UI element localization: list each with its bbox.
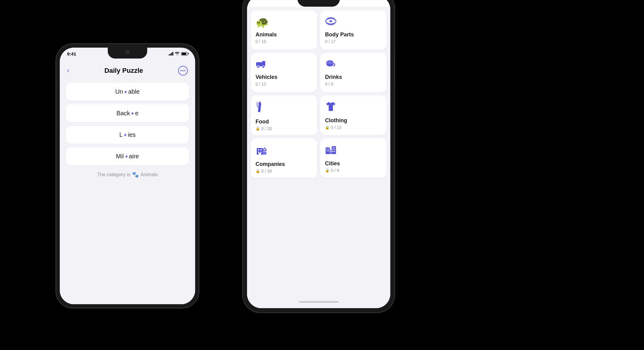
back-button[interactable]: ‹ (67, 67, 69, 75)
svg-rect-14 (260, 149, 262, 150)
puzzle-screen: ‹ Daily Puzzle Un✦able Back✦e L✦ies (60, 63, 195, 304)
svg-rect-30 (334, 149, 335, 150)
svg-rect-6 (262, 61, 265, 63)
svg-rect-22 (332, 146, 336, 154)
category-card-cities[interactable]: Cities 🔒 0 / 9 (320, 138, 387, 178)
vol-down-right[interactable] (243, 71, 243, 91)
drinks-icon (325, 58, 336, 71)
svg-rect-17 (259, 153, 261, 155)
word-prefix-3: L (119, 131, 123, 138)
diamond-icon-3: ✦ (123, 133, 127, 138)
svg-rect-21 (326, 147, 330, 154)
svg-rect-18 (263, 150, 266, 155)
svg-rect-25 (327, 150, 327, 151)
volume-down-button[interactable] (56, 115, 56, 132)
companies-progress: 🔒 0 / 26 (256, 169, 272, 173)
clothing-icon (325, 101, 337, 114)
animals-progress: 0 / 15 (256, 39, 266, 44)
cities-icon (325, 144, 337, 157)
food-name: Food (256, 119, 269, 125)
svg-rect-24 (328, 149, 329, 150)
categories-screen: 🐢 Animals 0 / 15 Body Parts (247, 7, 390, 308)
svg-rect-13 (258, 149, 259, 150)
animals-name: Animals (256, 32, 277, 38)
word-suffix-2: e (135, 110, 138, 116)
svg-point-11 (326, 62, 334, 64)
word-card-2[interactable]: Back✦e (66, 104, 189, 122)
svg-point-1 (182, 70, 184, 71)
puzzle-title: Daily Puzzle (69, 67, 178, 75)
word-suffix-1: able (128, 88, 140, 95)
word-suffix-4: aire (129, 153, 139, 160)
volume-up-button[interactable] (56, 96, 56, 112)
phone-left-screen: 9:41 ‹ (60, 48, 195, 304)
diamond-icon-2: ✦ (130, 111, 134, 116)
diamond-icon-1: ✦ (124, 89, 127, 95)
svg-point-8 (262, 66, 265, 68)
wifi-icon (175, 51, 180, 56)
category-card-clothing[interactable]: Clothing 🔒 0 / 13 (320, 95, 387, 135)
svg-rect-15 (258, 152, 259, 153)
clothing-name: Clothing (325, 117, 347, 124)
body-parts-icon (325, 16, 337, 29)
more-button[interactable] (178, 66, 188, 76)
power-button-right[interactable] (394, 52, 395, 82)
category-card-food[interactable]: Food 🔒 0 / 20 (251, 95, 317, 135)
svg-point-0 (181, 70, 182, 71)
mute-button-right[interactable] (243, 30, 243, 42)
svg-rect-27 (333, 147, 334, 148)
svg-rect-20 (266, 151, 266, 152)
word-prefix-2: Back (117, 110, 130, 116)
word-prefix-4: Mil (116, 153, 124, 160)
svg-point-2 (184, 70, 185, 71)
food-icon (256, 101, 264, 116)
word-card-3[interactable]: L✦ies (66, 126, 189, 144)
camera-left (125, 50, 130, 54)
svg-point-4 (329, 20, 332, 22)
svg-rect-26 (328, 150, 329, 151)
category-card-drinks[interactable]: Drinks 0 / 8 (320, 53, 387, 92)
svg-rect-34 (330, 151, 331, 152)
companies-icon (256, 144, 267, 158)
categories-grid: 🐢 Animals 0 / 15 Body Parts (249, 9, 388, 179)
cities-progress: 🔒 0 / 9 (325, 168, 339, 173)
status-icons (169, 51, 188, 56)
svg-rect-19 (264, 151, 265, 152)
category-card-vehicles[interactable]: Vehicles 0 / 12 (251, 53, 317, 92)
svg-rect-29 (333, 149, 334, 150)
phone-left: 9:41 ‹ (56, 44, 199, 308)
time-display: 9:41 (67, 51, 76, 56)
hint-text: The category is (97, 172, 130, 177)
category-hint: The category is 🐾 Animals (66, 171, 189, 178)
category-card-animals[interactable]: 🐢 Animals 0 / 15 (251, 10, 317, 50)
svg-rect-35 (331, 151, 332, 152)
drinks-progress: 0 / 8 (325, 82, 333, 86)
category-card-body-parts[interactable]: Body Parts 0 / 17 (320, 10, 387, 50)
category-card-companies[interactable]: Companies 🔒 0 / 26 (251, 138, 317, 178)
diamond-icon-4: ✦ (124, 154, 128, 159)
vol-up-right[interactable] (243, 47, 243, 67)
clothing-progress: 🔒 0 / 13 (325, 125, 341, 130)
animals-icon: 🐢 (256, 16, 269, 29)
vehicles-progress: 0 / 12 (256, 82, 266, 86)
cities-name: Cities (325, 160, 340, 167)
mute-button[interactable] (56, 80, 56, 91)
power-button[interactable] (198, 96, 199, 120)
svg-rect-23 (327, 149, 327, 150)
battery-icon (181, 52, 188, 56)
notch-right (297, 0, 340, 7)
phone-right: 🐢 Animals 0 / 15 Body Parts (243, 0, 395, 312)
animals-hint-icon: 🐾 (132, 171, 139, 178)
word-card-4[interactable]: Mil✦aire (66, 147, 189, 165)
svg-rect-31 (333, 151, 334, 152)
companies-name: Companies (256, 161, 285, 167)
scroll-indicator (299, 301, 338, 303)
word-card-1[interactable]: Un✦able (66, 83, 189, 101)
food-progress: 🔒 0 / 20 (256, 126, 272, 131)
word-suffix-3: ies (128, 131, 136, 138)
signal-icon (169, 52, 173, 56)
word-prefix-1: Un (115, 88, 123, 95)
hint-category: Animals (141, 172, 158, 177)
svg-rect-28 (334, 147, 335, 148)
body-parts-name: Body Parts (325, 32, 354, 38)
